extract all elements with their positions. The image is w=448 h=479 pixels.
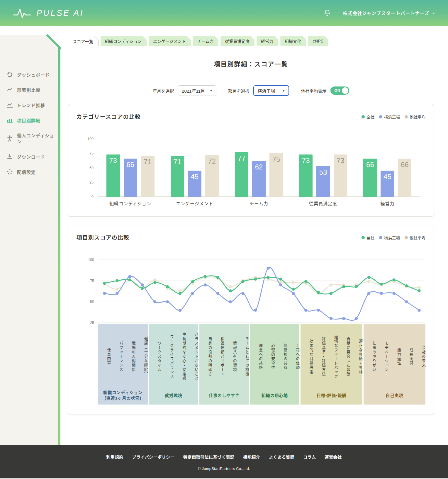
axis-item-label: 情報共有の環境 <box>224 327 237 386</box>
month-select-label: 年月を選択 <box>153 88 174 94</box>
tab-eNPS[interactable]: eNPS <box>308 36 328 46</box>
legend-item-横浜工場: 横浜工場 <box>379 114 400 120</box>
bar-横浜工場: 66 <box>124 159 137 197</box>
data-point-全社 <box>216 276 219 279</box>
bar-横浜工場: 45 <box>188 171 201 197</box>
logo-text: PULSE AI <box>36 8 84 18</box>
company-menu[interactable]: 株式会社ジャンプスタートパートナーズ ∨ <box>343 10 435 16</box>
footer-link-機能紹介[interactable]: 機能紹介 <box>243 454 260 460</box>
dropdown-arrow-icon: ▼ <box>282 89 285 92</box>
footer-link-よくある質問[interactable]: よくある質問 <box>269 454 294 460</box>
data-point-全社 <box>116 279 118 282</box>
page-footer: 利用規約プライバシーポリシー特定商取引法に基づく表記機能紹介よくある質問コラム運… <box>0 445 448 478</box>
notification-bell-icon[interactable] <box>323 9 331 17</box>
month-select[interactable]: 2021年11月 ▼ <box>178 85 216 96</box>
data-point-横浜工場 <box>392 292 395 295</box>
sidebar-item-item-detail[interactable]: 項目別詳細 <box>0 113 60 128</box>
footer-link-プライバシーポリシー[interactable]: プライバシーポリシー <box>132 454 175 460</box>
data-point-横浜工場 <box>179 309 181 312</box>
sidebar-item-download[interactable]: ダウンロード <box>0 149 60 164</box>
group-name-line: 目標・評価・報酬 <box>317 393 347 398</box>
y-axis-tick: 100 <box>81 258 94 262</box>
tab-エンゲージメント[interactable]: エンゲージメント <box>149 36 191 46</box>
data-point-他社平均 <box>330 283 332 286</box>
filter-bar: 年月を選択 2021年11月 ▼ 部署を選択 横浜工場 ▼ 他社平均表示 ON <box>68 85 434 96</box>
group-name-line: 組織の居心地 <box>262 393 288 398</box>
legend-dot <box>362 115 365 118</box>
tab-組織コンディション[interactable]: 組織コンディション <box>101 36 147 46</box>
group-name-line: 組織コンディション <box>103 390 142 395</box>
axis-item-label: 理念への共感 <box>250 327 262 386</box>
legend-label: 他社平均 <box>410 235 425 240</box>
bar-横浜工場: 62 <box>252 161 266 197</box>
bar-category-label: 従業員満足度 <box>291 200 355 206</box>
group-block-組織コンディション: 仕事内容パフォーマンス職場の人間関係健康（十分な睡眠）組織コンディション(直近1… <box>98 324 148 405</box>
data-point-横浜工場 <box>141 283 144 286</box>
sidebar-item-delivery-settings[interactable]: 配信設定 <box>0 164 60 179</box>
data-point-全社 <box>254 278 257 281</box>
bar-value: 66 <box>363 161 377 169</box>
axis-group-blocks: 仕事内容パフォーマンス職場の人間関係健康（十分な睡眠）組織コンディション(直近1… <box>98 324 425 405</box>
tab-チーム力[interactable]: チーム力 <box>193 36 219 46</box>
y-axis-tick: 50 <box>81 166 94 170</box>
tab-スコア一覧[interactable]: スコア一覧 <box>68 36 98 46</box>
data-point-横浜工場 <box>153 300 156 303</box>
chart-legend: 全社横浜工場他社平均 <box>362 235 425 240</box>
department-select[interactable]: 横浜工場 ▼ <box>253 85 289 96</box>
bar-value: 45 <box>381 173 394 181</box>
group-block-目標・評価・報酬: 効果的な目標設定評価基準・評価方法適切なフィードバック貢献に見合った報酬適正な昇… <box>301 324 362 405</box>
group-name-line: 仕事のしやすさ <box>209 393 240 398</box>
group-name: 組織コンディション(直近1ヶ月の状況) <box>98 386 148 405</box>
bar-group-組織コンディション: 736671 <box>98 139 162 197</box>
sidebar-item-dept-compare[interactable]: 部署別比較 <box>0 82 60 97</box>
legend-label: 他社平均 <box>410 114 425 120</box>
bar-value: 66 <box>124 161 137 169</box>
sidebar-item-label: 項目別詳細 <box>17 117 40 123</box>
data-point-横浜工場 <box>103 292 106 295</box>
bar-value: 66 <box>398 161 411 169</box>
data-point-横浜工場 <box>216 292 219 295</box>
benchmark-toggle[interactable]: ON <box>330 86 349 95</box>
data-point-横浜工場 <box>267 266 269 269</box>
tab-経営力[interactable]: 経営力 <box>257 36 278 46</box>
legend-item-他社平均: 他社平均 <box>405 235 425 240</box>
bar-value: 53 <box>316 168 330 176</box>
group-name-line: (直近1ヶ月の状況) <box>105 395 141 401</box>
data-point-横浜工場 <box>418 309 420 312</box>
axis-item-label: チームとしての機能 <box>237 327 249 386</box>
chevron-down-icon: ∨ <box>432 11 435 15</box>
sidebar-item-personal-condition[interactable]: 個人コンディション <box>0 128 60 149</box>
sidebar-item-trend[interactable]: トレンド推移 <box>0 97 60 113</box>
data-point-全社 <box>380 283 383 286</box>
footer-link-コラム[interactable]: コラム <box>303 454 316 460</box>
data-point-横浜工場 <box>330 317 332 320</box>
sidebar-item-dashboard[interactable]: ダッシュボード <box>0 67 60 82</box>
data-point-全社 <box>179 292 181 295</box>
data-point-横浜工場 <box>116 292 118 295</box>
bar-全社: 77 <box>235 152 248 197</box>
footer-link-利用規約[interactable]: 利用規約 <box>106 454 123 460</box>
axis-item-label: 価値観の共有 <box>275 327 287 386</box>
group-item-labels: 仕事のやりがいモチベーション能力適性成長実感会社の未来 <box>364 324 425 386</box>
tab-従業員満足度[interactable]: 従業員満足度 <box>220 36 254 46</box>
axis-item-label: 適切なフィードバック <box>325 327 338 386</box>
data-point-全社 <box>405 284 408 287</box>
axis-item-label: ワークスタイル <box>149 327 161 386</box>
bar-全社: 71 <box>171 156 184 197</box>
axis-item-label: 会社の未来 <box>413 327 425 386</box>
bar-他社平均: 73 <box>334 154 347 197</box>
y-axis-tick: 50 <box>81 300 94 304</box>
axis-item-label: 心理的安全性 <box>262 327 275 386</box>
legend-dot <box>405 236 408 239</box>
group-item-labels: 自身の役割の明確さ相互信頼とサポート情報共有の環境チームとしての機能 <box>199 324 249 386</box>
data-point-全社 <box>191 280 194 283</box>
data-point-他社平均 <box>116 288 118 291</box>
legend-label: 横浜工場 <box>384 114 400 120</box>
group-block-組織の居心地: 理念への共感心理的安全性価値観の共有上司への信頼組織の居心地 <box>250 324 300 405</box>
tab-組織文化[interactable]: 組織文化 <box>280 36 306 46</box>
group-item-labels: ワークスタイルワークライフバランス中長期的な安心・安定感ハラスメントがないこと <box>149 324 198 386</box>
footer-link-特定商取引法に基づく表記[interactable]: 特定商取引法に基づく表記 <box>183 454 234 460</box>
y-axis-tick: 25 <box>81 180 94 184</box>
axis-item-label: 評価基準・評価方法 <box>313 327 325 386</box>
footer-link-運営会社[interactable]: 運営会社 <box>325 454 342 460</box>
